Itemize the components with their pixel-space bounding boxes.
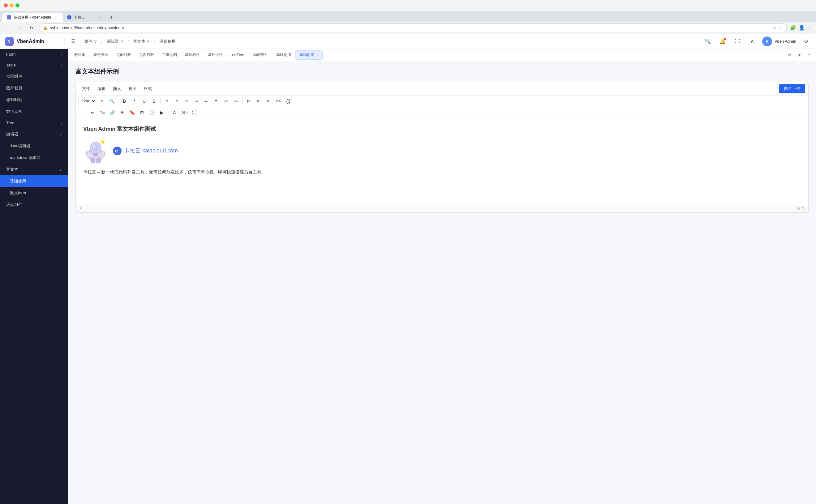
- subscript-btn[interactable]: X₂: [254, 97, 263, 105]
- back-button[interactable]: ←: [4, 23, 12, 32]
- editor-menu-edit[interactable]: 编辑: [94, 85, 109, 93]
- editor-menu-file[interactable]: 文件: [79, 85, 93, 93]
- editor-menubar: 文件 编辑 插入 视图 格式 图片上传: [76, 82, 808, 96]
- align-left-btn[interactable]: ≡: [162, 97, 171, 105]
- sidebar-item-editor[interactable]: 编辑器 ∨: [0, 128, 68, 140]
- sidebar-item-table[interactable]: Table ›: [0, 60, 68, 70]
- notification-icon[interactable]: 🔔: [718, 36, 728, 46]
- fullscreen-icon[interactable]: ⛶: [733, 36, 742, 46]
- hr-btn[interactable]: —: [78, 108, 87, 117]
- forward-button[interactable]: →: [15, 23, 24, 32]
- profile-icon[interactable]: 👤: [799, 25, 805, 31]
- browser-tab-2[interactable]: 卡拉云 ×: [63, 13, 106, 22]
- bookmark-btn[interactable]: 🔖: [128, 108, 136, 117]
- sidebar-item-tree[interactable]: Tree ›: [0, 117, 68, 128]
- page-tab-basic-table[interactable]: 基础表格: [181, 50, 203, 60]
- tab-dropdown-button[interactable]: ▾: [795, 51, 804, 59]
- editor-menu-view[interactable]: 视图: [125, 85, 139, 93]
- indent-btn[interactable]: ⇥: [192, 97, 201, 105]
- font-color-btn[interactable]: A̲: [170, 108, 179, 117]
- nav-item-components[interactable]: 组件 ∨: [82, 37, 100, 45]
- url-bar[interactable]: 🔒 vvbin.cn/next/#/comp/editor/tinymce/in…: [39, 23, 787, 32]
- search-btn[interactable]: 🔍: [107, 97, 116, 105]
- nav-item-richtext[interactable]: 富文本 ∨: [131, 37, 152, 45]
- bold-btn[interactable]: B: [120, 97, 129, 105]
- bookmark-icon[interactable]: ☆: [773, 25, 777, 30]
- page-tab-baidu-map[interactable]: 百度地图: [158, 50, 181, 60]
- new-tab-button[interactable]: +: [107, 13, 116, 22]
- highlight-btn[interactable]: A̲hl: [180, 108, 189, 117]
- bullet-list-btn[interactable]: •≡: [88, 108, 97, 117]
- menu-toggle-icon[interactable]: ☰: [68, 36, 78, 46]
- page-tab-account[interactable]: 账号管理: [90, 50, 112, 60]
- ordered-list-btn[interactable]: 1≡: [98, 108, 107, 117]
- sidebar-item-form[interactable]: Form ›: [0, 49, 68, 60]
- translate-icon[interactable]: A: [747, 36, 757, 46]
- page-tab-useform[interactable]: useForm: [227, 50, 249, 60]
- user-area[interactable]: V Vben Admin: [762, 36, 796, 46]
- clear-format-btn[interactable]: I×: [244, 97, 253, 105]
- sidebar-item-json-editor[interactable]: Json编辑器: [0, 140, 68, 152]
- minimize-button[interactable]: [10, 3, 14, 7]
- tab-refresh-button[interactable]: ↺: [785, 51, 794, 59]
- editor-body-text: 卡拉云 – 新一代低代码开发工具，无需任何前端技术，仅需简单拖拽，即可快速搭建后…: [83, 168, 801, 176]
- sidebar-item-scroll[interactable]: 滚动组件 ›: [0, 199, 68, 211]
- svg-rect-8: [93, 153, 98, 156]
- nav-item-editor[interactable]: 编辑器 ∨: [104, 37, 126, 45]
- sidebar-item-image-crop[interactable]: 图片裁剪: [0, 82, 68, 94]
- page-tab-basic-use-active[interactable]: 基础使用 ×: [295, 50, 322, 60]
- tab-menu-button[interactable]: ≡: [805, 51, 814, 59]
- menu-icon[interactable]: ⋮: [807, 25, 812, 31]
- sidebar-item-basic-use[interactable]: 基础使用: [0, 175, 68, 187]
- refresh-button[interactable]: ↻: [27, 23, 36, 32]
- tab-close-1[interactable]: ×: [53, 15, 58, 20]
- page-tab-animation[interactable]: 动画组件: [250, 50, 272, 60]
- outdent-btn[interactable]: ⇤: [202, 97, 211, 105]
- tab-close-active[interactable]: ×: [317, 53, 318, 57]
- table-btn[interactable]: ⊞: [138, 108, 146, 117]
- line-height-btn[interactable]: ≡: [97, 97, 106, 105]
- redo-btn[interactable]: ↪: [232, 97, 240, 105]
- sidebar-item-richtext[interactable]: 富文本 ∨: [0, 164, 68, 175]
- heart-icon[interactable]: ♡: [779, 25, 783, 30]
- tab-bar: 基础使用 - VbenAdmin × 卡拉云 × +: [0, 11, 816, 22]
- code-block-btn[interactable]: {;}: [284, 97, 293, 105]
- code-btn[interactable]: <>: [274, 97, 283, 105]
- maximize-button[interactable]: [15, 3, 19, 7]
- link-btn[interactable]: 🔗: [108, 108, 117, 117]
- page-tab-page-perm1[interactable]: 页面权限: [113, 50, 135, 60]
- kala-cloud-link[interactable]: R 卡拉云 kalacloud.com: [113, 146, 178, 155]
- superscript-btn[interactable]: X²: [264, 97, 273, 105]
- upload-image-button[interactable]: 图片上传: [779, 84, 805, 93]
- browser-tab-1[interactable]: 基础使用 - VbenAdmin ×: [2, 13, 63, 22]
- editor-menu-format[interactable]: 格式: [141, 85, 155, 93]
- preview-btn[interactable]: 👁: [118, 108, 126, 117]
- strikethrough-btn[interactable]: S: [150, 97, 158, 105]
- font-size-select[interactable]: 12pt 14pt 16pt: [78, 97, 96, 105]
- undo-btn[interactable]: ↩: [222, 97, 230, 105]
- close-button[interactable]: [4, 3, 8, 7]
- blockquote-btn[interactable]: ❝: [212, 97, 220, 105]
- italic-btn[interactable]: I: [130, 97, 139, 105]
- align-center-btn[interactable]: ≡: [172, 97, 181, 105]
- sidebar-item-embed-form[interactable]: 嵌入form: [0, 187, 68, 199]
- sidebar-item-markdown-editor[interactable]: markdown编辑器 ›: [0, 152, 68, 164]
- page-tab-page-perm2[interactable]: 页面权限: [135, 50, 158, 60]
- underline-btn[interactable]: U: [140, 97, 148, 105]
- page-tab-basic-use1[interactable]: 基础使用: [272, 50, 295, 60]
- editor-menu-insert[interactable]: 插入: [110, 85, 124, 93]
- fullscreen-editor-btn[interactable]: ⛶: [190, 108, 199, 117]
- page-tab-basic-comp[interactable]: 基础组件: [204, 50, 226, 60]
- tab-close-2[interactable]: ×: [97, 15, 102, 20]
- media-btn[interactable]: ▶: [157, 108, 166, 117]
- align-right-btn[interactable]: ≡: [182, 97, 191, 105]
- editor-body[interactable]: Vben Admin 富文本组件测试: [76, 118, 808, 205]
- sidebar-item-animation[interactable]: 动画组件: [0, 70, 68, 82]
- clock-btn[interactable]: 🕐: [147, 108, 156, 117]
- page-tab-analysis[interactable]: 分析页: [70, 50, 89, 60]
- search-icon[interactable]: 🔍: [703, 36, 713, 46]
- extensions-icon[interactable]: 🧩: [790, 25, 796, 31]
- sidebar-item-number-animation[interactable]: 数字动画: [0, 106, 68, 117]
- sidebar-item-relative-time[interactable]: 相对时间: [0, 94, 68, 106]
- settings-icon[interactable]: ⚙: [801, 36, 811, 46]
